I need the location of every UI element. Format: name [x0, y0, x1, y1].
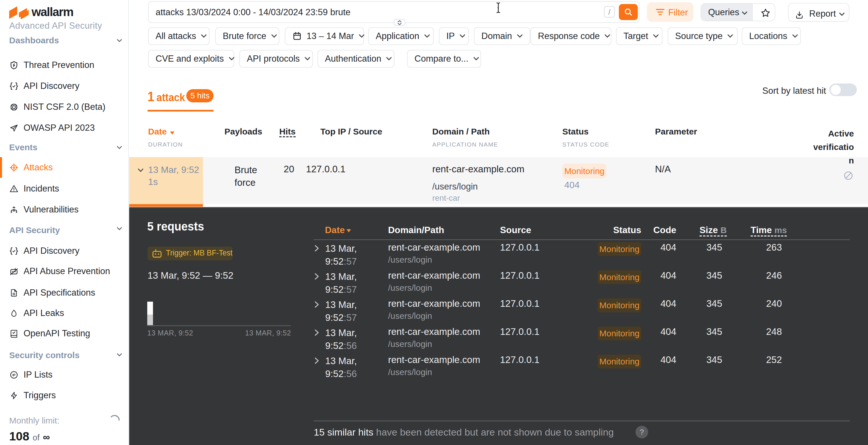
svg-text:IP: IP	[12, 373, 16, 377]
